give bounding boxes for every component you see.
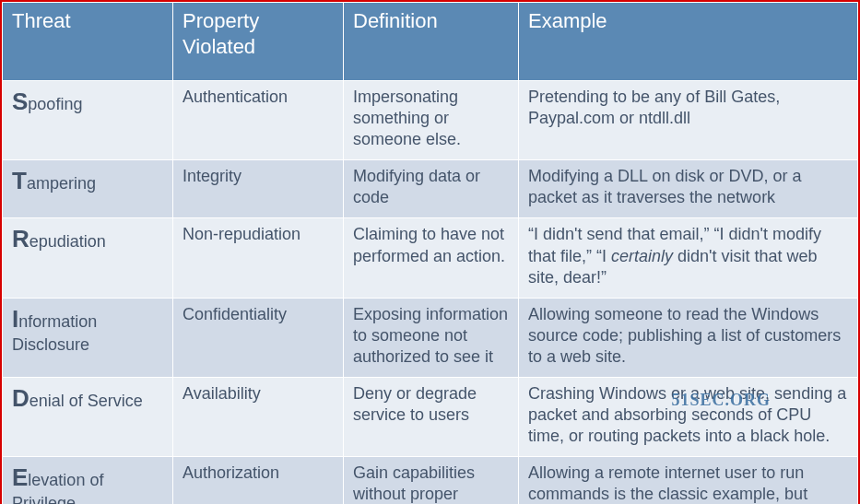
- stride-table: Threat Property Violated Definition Exam…: [2, 2, 858, 504]
- cell-example: Pretending to be any of Bill Gates, Payp…: [519, 81, 858, 160]
- cell-definition: Modifying data or code: [344, 160, 519, 218]
- threat-initial: T: [12, 167, 27, 194]
- cell-property: Authentication: [173, 81, 344, 160]
- stride-table-container: Threat Property Violated Definition Exam…: [0, 0, 860, 504]
- table-row: Elevation of PrivilegeAuthorizationGain …: [3, 456, 858, 504]
- cell-example: Allowing someone to read the Windows sou…: [519, 298, 858, 377]
- cell-threat: Information Disclosure: [3, 298, 173, 377]
- cell-example: “I didn't send that email,” “I didn't mo…: [519, 218, 858, 298]
- cell-property: Confidentiality: [173, 298, 344, 377]
- cell-threat: Tampering: [3, 160, 173, 218]
- cell-threat: Denial of Service: [3, 377, 173, 456]
- table-row: TamperingIntegrityModifying data or code…: [3, 160, 858, 218]
- threat-rest: nformation Disclosure: [12, 312, 97, 354]
- table-row: SpoofingAuthenticationImpersonating some…: [3, 81, 858, 160]
- header-threat: Threat: [3, 3, 173, 81]
- cell-example: Modifying a DLL on disk or DVD, or a pac…: [519, 160, 858, 218]
- cell-definition: Gain capabilities without proper authori…: [344, 456, 519, 504]
- cell-definition: Impersonating something or someone else.: [344, 81, 519, 160]
- cell-definition: Deny or degrade service to users: [344, 377, 519, 456]
- cell-threat: Spoofing: [3, 81, 173, 160]
- header-property: Property Violated: [173, 3, 344, 81]
- threat-rest: epudiation: [29, 232, 106, 251]
- cell-property: Availability: [173, 377, 344, 456]
- table-row: Denial of ServiceAvailabilityDeny or deg…: [3, 377, 858, 456]
- cell-example: Crashing Windows or a web site, sending …: [519, 377, 858, 456]
- cell-property: Authorization: [173, 456, 344, 504]
- emphasis: certainly: [611, 247, 673, 265]
- cell-threat: Elevation of Privilege: [3, 456, 173, 504]
- threat-initial: E: [12, 463, 28, 491]
- header-example: Example: [519, 3, 858, 81]
- threat-rest: poofing: [28, 95, 82, 113]
- table-row: RepudiationNon-repudiationClaiming to ha…: [3, 218, 858, 298]
- cell-definition: Exposing information to someone not auth…: [344, 298, 519, 377]
- threat-initial: S: [12, 88, 28, 115]
- header-definition: Definition: [344, 3, 519, 81]
- threat-rest: ampering: [27, 174, 96, 193]
- cell-property: Non-repudiation: [173, 218, 344, 298]
- threat-initial: R: [12, 225, 29, 252]
- cell-property: Integrity: [173, 160, 344, 218]
- threat-rest: enial of Service: [29, 392, 143, 410]
- header-row: Threat Property Violated Definition Exam…: [3, 3, 858, 81]
- cell-definition: Claiming to have not performed an action…: [344, 218, 519, 298]
- cell-example: Allowing a remote internet user to run c…: [519, 456, 858, 504]
- table-row: Information DisclosureConfidentialityExp…: [3, 298, 858, 377]
- threat-initial: D: [12, 384, 29, 412]
- cell-threat: Repudiation: [3, 218, 173, 298]
- table-body: SpoofingAuthenticationImpersonating some…: [3, 81, 858, 504]
